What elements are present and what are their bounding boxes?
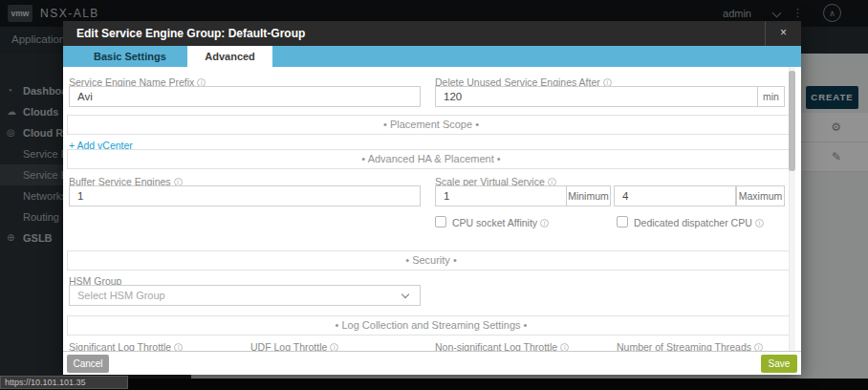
hsm-group-select[interactable]: Select HSM Group <box>69 285 421 306</box>
cpu-socket-affinity-checkbox[interactable] <box>435 216 446 228</box>
modal-scrollbar-thumb[interactable] <box>789 71 795 171</box>
nsx-alb-screen: vmw NSX-ALB admin ⋮ ∧ Applications ◔ Das… <box>0 0 868 390</box>
modal-header: Edit Service Engine Group: Default-Group… <box>63 21 801 46</box>
section-placement-scope: • Placement Scope • <box>67 115 795 135</box>
delete-unused-unit: min <box>758 86 785 107</box>
scale-vs-max-suffix: Maximum <box>736 185 785 206</box>
modal-tabstrip: Basic Settings Advanced <box>63 46 801 67</box>
cancel-button[interactable]: Cancel <box>67 355 109 373</box>
delete-unused-input[interactable] <box>435 86 758 107</box>
info-icon <box>755 219 764 228</box>
info-icon <box>174 343 183 351</box>
section-security: • Security • <box>67 250 795 271</box>
se-name-prefix-input[interactable] <box>69 86 421 107</box>
streaming-threads-label: Number of Streaming Threads <box>617 341 763 351</box>
cpu-socket-affinity-label: CPU socket Affinity <box>452 217 549 228</box>
section-advanced-ha: • Advanced HA & Placement • <box>67 149 795 169</box>
non-significant-log-throttle-label: Non-significant Log Throttle <box>435 341 569 351</box>
scale-vs-max-input[interactable] <box>614 185 736 206</box>
info-icon <box>540 219 549 228</box>
tab-basic-settings[interactable]: Basic Settings <box>76 46 184 67</box>
info-icon <box>560 343 569 351</box>
info-icon <box>330 343 338 351</box>
buffer-se-input[interactable] <box>69 185 421 206</box>
dedicated-dispatcher-label: Dedicated dispatcher CPU <box>634 217 764 228</box>
modal-body: Service Engine Name Prefix Delete Unused… <box>63 67 801 351</box>
edit-se-group-modal: Edit Service Engine Group: Default-Group… <box>63 21 801 375</box>
chevron-down-icon <box>401 291 409 298</box>
modal-footer: Cancel Save <box>63 351 801 375</box>
scale-vs-min-suffix: Minimum <box>567 185 611 206</box>
close-icon[interactable]: × <box>765 21 801 46</box>
tab-advanced[interactable]: Advanced <box>187 46 272 67</box>
scale-vs-min-input[interactable] <box>435 185 567 206</box>
modal-title: Edit Service Engine Group: Default-Group <box>76 27 305 40</box>
significant-log-throttle-label: Significant Log Throttle <box>69 341 183 351</box>
dedicated-dispatcher-checkbox[interactable] <box>617 216 628 228</box>
info-icon <box>754 343 763 351</box>
udf-log-throttle-label: UDF Log Throttle <box>250 341 338 351</box>
save-button[interactable]: Save <box>761 355 797 373</box>
status-url-tooltip: https://10.101.101.35 <box>0 376 128 389</box>
section-log-settings: • Log Collection and Streaming Settings … <box>67 315 795 336</box>
